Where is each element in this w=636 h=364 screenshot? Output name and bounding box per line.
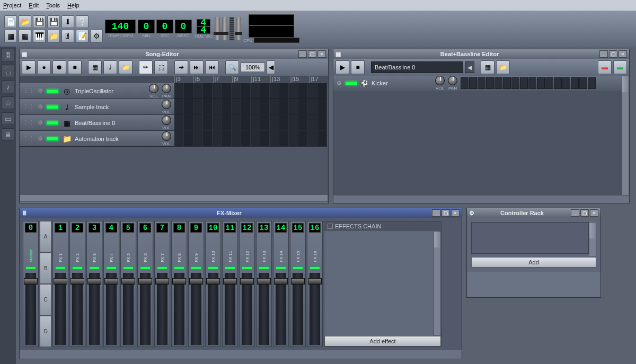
maximize-button[interactable]: ▢ [609, 50, 617, 58]
export-button[interactable]: ⬇ [61, 15, 74, 28]
track-mute-led[interactable] [345, 81, 358, 85]
minimize-button[interactable]: _ [571, 209, 579, 217]
song-vscroll[interactable] [327, 83, 328, 194]
channel-led[interactable] [25, 267, 36, 270]
send-button-d[interactable]: D [40, 316, 51, 348]
step-cell[interactable] [554, 77, 562, 89]
mixer-channel[interactable]: 12FX 12 [239, 221, 255, 347]
track-timeline[interactable] [174, 83, 327, 99]
record-button[interactable]: ● [37, 60, 51, 74]
channel-led[interactable] [276, 267, 286, 270]
fx-vscroll[interactable] [434, 231, 441, 336]
new-project-button[interactable]: 📄 [4, 15, 17, 28]
computer-tab[interactable]: 🖥 [2, 128, 14, 141]
play-button[interactable]: ▶ [22, 60, 36, 74]
skip-start-button[interactable]: ⏮ [205, 60, 219, 74]
close-button[interactable]: × [590, 209, 598, 217]
mixer-channel[interactable]: 16FX 16 [307, 221, 323, 347]
menu-edit[interactable]: Edit [29, 2, 39, 8]
mixer-channel[interactable]: 1FX 1 [52, 221, 68, 347]
mixer-channel[interactable]: 3FX 3 [86, 221, 102, 347]
track-name[interactable]: Sample track [75, 104, 158, 110]
grip-icon[interactable]: ⋮⋮ [23, 103, 34, 110]
channel-led[interactable] [208, 267, 218, 270]
channel-fader[interactable] [242, 273, 252, 345]
add-effect-button[interactable]: Add effect [324, 336, 441, 347]
channel-led[interactable] [89, 267, 100, 270]
favorites-tab[interactable]: ☆ [2, 96, 14, 109]
channel-fader[interactable] [191, 273, 201, 345]
vol-knob[interactable] [162, 131, 171, 141]
ctrl-vscroll[interactable] [589, 222, 596, 257]
bb-play-button[interactable]: ▶ [335, 60, 349, 74]
channel-led[interactable] [72, 267, 83, 270]
stop-button[interactable]: ■ [68, 60, 82, 74]
track-timeline[interactable] [174, 115, 327, 130]
track-name[interactable]: TripleOscillator [75, 88, 146, 94]
mixer-channel[interactable]: 11FX 11 [222, 221, 238, 347]
close-button[interactable]: × [451, 209, 460, 217]
step-cell[interactable] [537, 77, 545, 89]
mixer-channel[interactable]: 2FX 2 [69, 221, 85, 347]
vol-knob[interactable] [162, 100, 171, 109]
menu-help[interactable]: Help [67, 2, 80, 8]
channel-led[interactable] [310, 267, 320, 270]
save-button[interactable]: 💾 [33, 15, 46, 28]
edit-mode-button[interactable]: ✏ [139, 60, 153, 74]
step-cell[interactable] [545, 77, 553, 89]
step-cell[interactable] [511, 77, 519, 89]
channel-fader[interactable] [310, 273, 320, 345]
bb-track-name[interactable]: Kicker [372, 80, 432, 86]
master-volume-slider[interactable] [215, 17, 220, 40]
bb-remove-step-button[interactable]: ▬ [598, 60, 612, 74]
grip-icon[interactable]: ⋮⋮ [23, 87, 34, 94]
channel-led[interactable] [293, 267, 303, 270]
channel-led[interactable] [242, 267, 252, 270]
presets-tab[interactable]: ♪ [2, 81, 14, 93]
mixer-channel[interactable]: 7FX 7 [154, 221, 170, 347]
song-ruler[interactable]: |3|5|7|9|11|13|15|17 [20, 76, 328, 83]
track-timeline[interactable] [174, 131, 327, 146]
song-editor-button[interactable]: ▦ [4, 30, 17, 42]
bb-add-track-button[interactable]: ▦ [481, 60, 494, 74]
track-mute-led[interactable] [46, 137, 59, 141]
track-timeline[interactable] [174, 99, 327, 114]
grip-icon[interactable]: ⋮⋮ [23, 119, 34, 126]
master-pitch-slider[interactable] [222, 17, 227, 40]
minimize-button[interactable]: _ [298, 50, 307, 58]
menu-project[interactable]: Project [3, 2, 21, 8]
instruments-tab[interactable]: 🎛 [2, 49, 14, 61]
maximize-button[interactable]: ▢ [308, 50, 316, 58]
tempo-display[interactable]: 140 [105, 20, 136, 33]
channel-fader[interactable] [89, 273, 100, 345]
step-cell[interactable] [478, 77, 485, 89]
whatsthis-button[interactable]: ❔ [76, 15, 89, 28]
track-name[interactable]: Beat/Bassline 0 [75, 120, 158, 126]
save-as-button[interactable]: 💾 [47, 15, 60, 28]
add-automation-button[interactable]: 📁 [119, 60, 132, 74]
channel-led[interactable] [157, 267, 167, 270]
add-track-button[interactable]: ▦ [88, 60, 102, 74]
bb-pattern-dropdown[interactable]: ◀ [465, 61, 474, 73]
step-cell[interactable] [562, 77, 570, 89]
close-button[interactable]: × [317, 50, 326, 58]
channel-led[interactable] [225, 267, 235, 270]
selection-mode-button[interactable]: ⬚ [154, 60, 168, 74]
send-button-c[interactable]: C [40, 284, 51, 316]
bb-titlebar[interactable]: ▦ Beat+Bassline Editor _ ▢ × [333, 49, 629, 59]
pan-knob[interactable] [162, 84, 171, 93]
vol-knob[interactable] [149, 84, 158, 93]
mixer-channel[interactable]: 5FX 5 [120, 221, 136, 347]
minimize-button[interactable]: _ [432, 209, 440, 217]
step-cell[interactable] [528, 77, 536, 89]
step-cell[interactable] [469, 77, 477, 89]
track-mute-led[interactable] [46, 105, 59, 109]
channel-fader[interactable] [72, 273, 83, 345]
bb-vscroll[interactable] [622, 76, 629, 196]
channel-fader[interactable] [140, 273, 151, 345]
mixer-channel[interactable]: 4FX 4 [103, 221, 119, 347]
samples-tab[interactable]: 🎧 [2, 65, 14, 77]
channel-fader[interactable] [106, 273, 117, 345]
send-button-b[interactable]: B [40, 253, 51, 285]
channel-led[interactable] [55, 267, 66, 270]
